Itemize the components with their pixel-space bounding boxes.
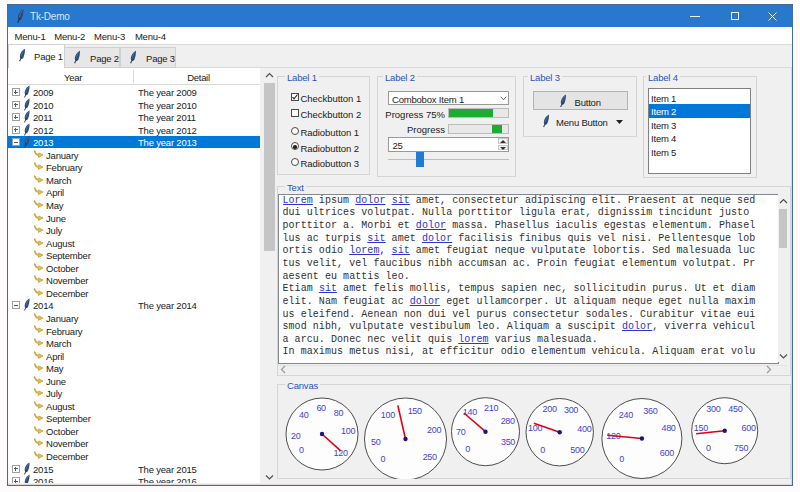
svg-text:450: 450 — [728, 404, 742, 414]
svg-text:100: 100 — [381, 410, 395, 420]
svg-text:600: 600 — [742, 423, 756, 433]
svg-text:280: 280 — [501, 416, 515, 426]
svg-text:200: 200 — [427, 425, 441, 435]
svg-text:40: 40 — [299, 410, 309, 420]
svg-text:200: 200 — [543, 404, 557, 414]
svg-text:0: 0 — [465, 444, 470, 454]
svg-text:100: 100 — [341, 426, 355, 436]
svg-text:500: 500 — [570, 445, 584, 455]
svg-text:240: 240 — [619, 410, 633, 420]
svg-text:60: 60 — [316, 403, 326, 413]
svg-text:70: 70 — [456, 427, 466, 437]
svg-text:50: 50 — [371, 437, 381, 447]
svg-text:600: 600 — [660, 448, 674, 458]
svg-text:300: 300 — [706, 404, 720, 414]
svg-text:0: 0 — [540, 445, 545, 455]
svg-text:750: 750 — [734, 443, 748, 453]
svg-text:140: 140 — [463, 407, 477, 417]
svg-text:250: 250 — [423, 452, 437, 462]
svg-text:350: 350 — [501, 437, 515, 447]
svg-text:120: 120 — [334, 448, 348, 458]
svg-text:150: 150 — [694, 423, 708, 433]
svg-text:480: 480 — [661, 423, 675, 433]
svg-text:400: 400 — [577, 424, 591, 434]
svg-text:150: 150 — [408, 406, 422, 416]
svg-text:80: 80 — [334, 408, 344, 418]
svg-text:0: 0 — [619, 454, 624, 464]
svg-text:0: 0 — [299, 445, 304, 455]
svg-text:0: 0 — [381, 454, 386, 464]
svg-text:360: 360 — [643, 406, 657, 416]
svg-text:300: 300 — [564, 405, 578, 415]
svg-text:0: 0 — [706, 443, 711, 453]
svg-text:20: 20 — [291, 431, 301, 441]
svg-text:210: 210 — [484, 403, 498, 413]
